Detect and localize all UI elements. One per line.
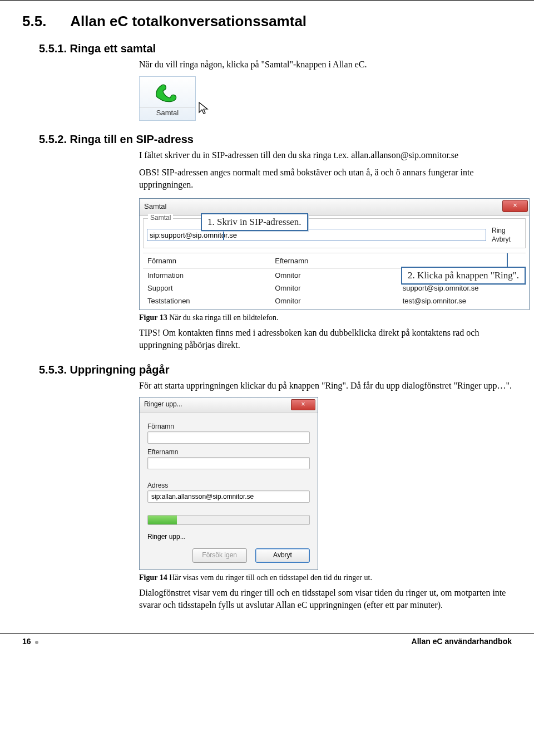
phone-icon <box>152 80 182 105</box>
heading-5-5-3: 5.5.3. Uppringning pågår <box>39 364 512 376</box>
samtal-group-legend: Samtal <box>148 214 173 222</box>
fornamn-label: Förnamn <box>147 423 310 430</box>
para-tips: TIPS! Om kontakten finns med i adressbok… <box>139 327 512 351</box>
page-number: 16 <box>22 637 31 646</box>
para-552a: I fältet skriver du in SIP-adressen till… <box>139 149 512 161</box>
callout-1: 1. Skriv in SIP-adressen. <box>201 213 308 231</box>
cursor-icon <box>197 101 211 115</box>
cancel-button[interactable]: Avbryt <box>255 548 310 563</box>
book-title: Allan eC användarhandbok <box>412 637 512 646</box>
close-button[interactable]: × <box>502 200 528 212</box>
table-row[interactable]: Teststationen Omnitor test@sip.omnitor.s… <box>143 294 526 307</box>
samtal-toolbar-button[interactable]: Samtal <box>139 76 196 121</box>
progress-fill <box>148 516 177 524</box>
heading-5-5-2: 5.5.2. Ringa till en SIP-adress <box>39 133 512 146</box>
status-text: Ringer upp... <box>147 533 310 541</box>
efternamn-label: Efternamn <box>147 448 310 456</box>
avbryt-button[interactable]: Avbryt <box>492 235 522 243</box>
para-551: När du vill ringa någon, klicka på "Samt… <box>139 58 512 71</box>
samtal-window-titlebar: Samtal × <box>140 199 529 216</box>
ringer-upp-title: Ringer upp... <box>144 400 182 408</box>
para-553: För att starta uppringningen klickar du … <box>139 380 512 392</box>
figure-13-samtal-window: Samtal × 1. Skriv in SIP-adressen. Samta… <box>139 198 530 310</box>
figure-14-ringer-upp-dialog: Ringer upp... × Förnamn Efternamn Adress… <box>139 397 318 570</box>
bullet-icon <box>35 641 38 644</box>
heading-5-5: 5.5. Allan eC totalkonversationssamtal <box>22 13 512 30</box>
figure-14-caption: Figur 14 Här visas vem du ringer till oc… <box>139 573 512 582</box>
page-footer: 16 Allan eC användarhandbok <box>0 633 534 657</box>
para-552b: OBS! SIP-adressen anges normalt med små … <box>139 166 512 190</box>
ring-button[interactable]: Ring <box>492 227 522 234</box>
col-fornamn: Förnamn <box>143 253 270 268</box>
progress-bar <box>147 515 310 525</box>
close-icon: × <box>301 400 305 408</box>
sip-address-input[interactable] <box>147 229 486 241</box>
close-icon: × <box>513 201 517 209</box>
heading-5-5-num: 5.5. <box>22 13 67 30</box>
retry-button: Försök igen <box>192 548 247 563</box>
adress-label: Adress <box>147 482 310 489</box>
heading-5-5-1: 5.5.1. Ringa ett samtal <box>39 42 512 55</box>
samtal-window-title: Samtal <box>144 202 166 210</box>
callout-2: 2. Klicka på knappen "Ring". <box>401 267 526 284</box>
samtal-button-label: Samtal <box>140 107 195 117</box>
col-efternamn: Efternamn <box>270 253 398 268</box>
para-554: Dialogfönstret visar vem du ringer till … <box>139 587 512 611</box>
close-button[interactable]: × <box>291 399 315 410</box>
heading-5-5-title: Allan eC totalkonversationssamtal <box>70 13 306 30</box>
adress-field[interactable]: sip:allan.allansson@sip.omnitor.se <box>147 490 310 503</box>
efternamn-field[interactable] <box>147 457 310 469</box>
figure-13-caption: Figur 13 När du ska ringa till en bildte… <box>139 313 512 322</box>
fornamn-field[interactable] <box>147 431 310 444</box>
ringer-upp-titlebar: Ringer upp... × <box>140 397 318 413</box>
